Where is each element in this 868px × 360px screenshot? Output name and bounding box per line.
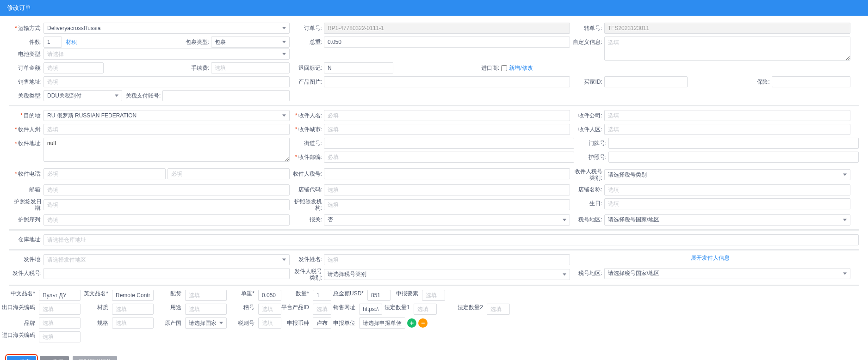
order-amount-label: 订单金额: <box>9 64 43 72</box>
recipient-district-input[interactable] <box>604 124 850 135</box>
email-input[interactable] <box>43 184 290 195</box>
package-type-select[interactable] <box>211 37 290 48</box>
importer-add-edit-link[interactable]: 新增/修改 <box>509 64 533 72</box>
brand-input[interactable] <box>39 317 81 329</box>
weight-input[interactable] <box>324 37 570 48</box>
door-no-input[interactable] <box>608 138 859 149</box>
spec-label: 规格 <box>82 319 110 327</box>
spec-input[interactable] <box>112 317 154 329</box>
recipient-name-input[interactable] <box>324 110 570 121</box>
fee-input[interactable] <box>211 62 290 73</box>
total-usd-input[interactable] <box>367 290 391 301</box>
tax-region-label: 税号地区: <box>570 216 604 224</box>
sender-name-input[interactable] <box>324 254 570 265</box>
import-hs-input[interactable] <box>39 331 81 342</box>
recipient-company-label: 收件公司: <box>570 112 604 120</box>
close-button[interactable]: ↶ 关闭 <box>40 356 69 360</box>
phone-input-2[interactable] <box>167 168 290 179</box>
passport-serial-label: 护照序列: <box>9 216 43 224</box>
qty-label: 数量* <box>283 290 311 298</box>
total-usd-label: 总金额USD* <box>333 290 366 298</box>
legal-qty1-label: 法定数量1 <box>384 304 412 311</box>
order-amount-input[interactable] <box>43 62 104 73</box>
recipient-state-label: 收件人州: <box>9 126 43 134</box>
store-code-input[interactable] <box>324 184 570 195</box>
street-no-input[interactable] <box>324 138 574 149</box>
currency-label: 申报币种 <box>283 319 311 327</box>
recipient-addr-textarea[interactable] <box>43 138 290 162</box>
duty-account-input[interactable] <box>162 90 290 101</box>
ship-from-select[interactable] <box>43 254 290 265</box>
postcode-input[interactable] <box>324 152 574 163</box>
product-image-input[interactable] <box>324 76 570 87</box>
usage-input[interactable] <box>185 304 227 315</box>
origin-select[interactable] <box>185 317 227 329</box>
return-flag-input[interactable] <box>324 62 393 73</box>
warehouse-addr-label: 仓库地址: <box>9 236 43 244</box>
en-name-label: 英文品名* <box>82 290 110 298</box>
legal-qty1-input[interactable] <box>414 304 437 315</box>
brand-label: 品牌 <box>9 319 37 327</box>
warehouse-addr-input[interactable] <box>43 234 859 245</box>
recipient-city-input[interactable] <box>324 124 570 135</box>
qty-input[interactable] <box>313 290 331 301</box>
customs-select[interactable] <box>324 214 570 226</box>
save-button[interactable]: ✓ 保存 <box>7 356 36 360</box>
stock-label: 配货 <box>155 290 183 298</box>
sales-addr-label: 销售地址: <box>9 78 43 86</box>
sender-tax-region-label: 税号地区: <box>570 269 604 277</box>
sales-url-input[interactable] <box>359 304 382 315</box>
divider <box>9 229 859 231</box>
tax-type-label: 收件人税号类别: <box>570 168 604 182</box>
tax-no-input[interactable] <box>324 168 570 179</box>
sender-tax-type-select[interactable] <box>324 269 570 280</box>
insurance-input[interactable] <box>772 76 850 87</box>
en-name-input[interactable] <box>112 290 154 301</box>
unit-weight-input[interactable] <box>258 290 281 301</box>
hs-extra-label: 稽号 <box>229 304 256 311</box>
passport-org-input[interactable] <box>324 199 570 210</box>
recipient-state-input[interactable] <box>43 124 290 135</box>
tax-code-input[interactable] <box>258 317 281 329</box>
currency-select[interactable] <box>313 317 331 329</box>
birthday-input[interactable] <box>604 198 850 209</box>
battery-type-select[interactable] <box>43 49 290 60</box>
add-row-icon[interactable]: + <box>407 318 416 328</box>
phone-input-1[interactable] <box>43 168 166 179</box>
export-hs-input[interactable] <box>39 304 81 315</box>
passport-no-input[interactable] <box>608 152 859 163</box>
duty-type-select[interactable] <box>43 90 122 101</box>
product-image-label: 产品图片: <box>290 78 324 86</box>
sender-name-label: 发件姓名: <box>290 256 324 263</box>
tax-no-label: 收件人税号: <box>290 170 324 178</box>
expand-sender-link[interactable]: 展开发件人信息 <box>691 254 730 262</box>
sales-addr-input[interactable] <box>43 76 290 87</box>
material-input[interactable] <box>112 304 154 315</box>
sender-tax-no-input[interactable] <box>43 268 290 279</box>
recipient-company-input[interactable] <box>604 110 850 121</box>
stock-input[interactable] <box>185 290 227 301</box>
declare-unit-select[interactable] <box>359 317 405 329</box>
passport-date-input[interactable] <box>43 199 290 210</box>
remove-row-icon[interactable]: − <box>418 318 428 328</box>
volume-link[interactable]: 材积 <box>66 38 77 46</box>
pieces-input[interactable] <box>43 37 62 48</box>
sender-tax-region-select[interactable] <box>604 268 850 279</box>
legal-qty2-input[interactable] <box>487 304 510 315</box>
tax-type-select[interactable] <box>604 169 850 180</box>
order-no-label: 订单号: <box>290 24 324 32</box>
ship-method-select[interactable] <box>43 23 290 34</box>
tax-region-select[interactable] <box>604 214 850 226</box>
custom-info-textarea[interactable] <box>604 37 850 61</box>
declare-element-input[interactable] <box>422 290 445 301</box>
copy-order-button[interactable]: 复制新增订单 <box>73 356 117 360</box>
importer-checkbox[interactable] <box>501 65 507 71</box>
destination-select[interactable] <box>43 110 290 121</box>
cn-name-input[interactable] <box>39 290 81 301</box>
hs-extra-input[interactable] <box>258 304 281 315</box>
passport-serial-input[interactable] <box>43 214 290 226</box>
importer-label: 进口商: <box>481 64 501 72</box>
platform-id-input[interactable] <box>313 304 331 315</box>
store-name-input[interactable] <box>604 184 850 195</box>
buyer-id-input[interactable] <box>604 76 688 87</box>
